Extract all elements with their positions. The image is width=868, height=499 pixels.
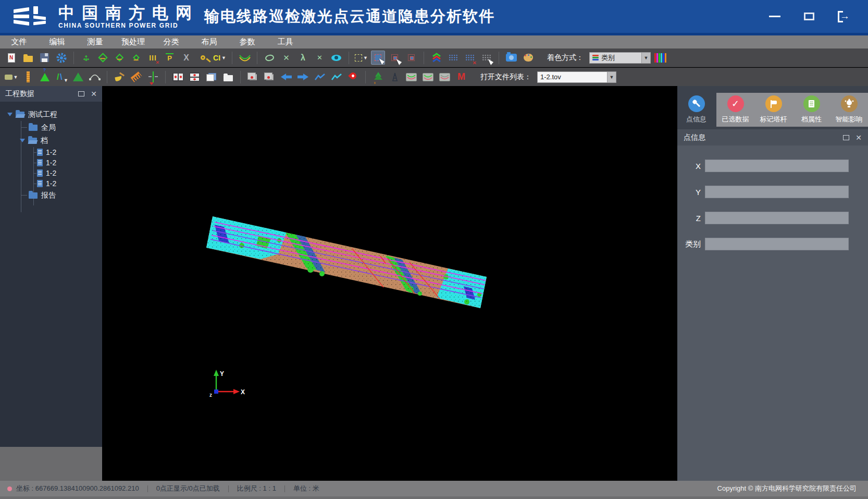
tab-point-info[interactable]: 点信息: [677, 93, 715, 127]
cross-section-icon[interactable]: [146, 70, 160, 84]
tower-measure-icon[interactable]: X: [179, 51, 193, 65]
ci-tool-dropdown[interactable]: CI▼: [213, 51, 227, 65]
menu-layout[interactable]: 布局: [190, 37, 228, 47]
grid-pick-icon[interactable]: [479, 51, 493, 65]
page-marker-icon[interactable]: [246, 70, 260, 84]
curve-nodes-icon[interactable]: [88, 70, 102, 84]
slope-triangle-icon[interactable]: [71, 70, 85, 84]
tree-node-file-2[interactable]: 1-2: [0, 157, 102, 168]
polyline-cyan-icon[interactable]: [329, 70, 343, 84]
visibility-eye-icon[interactable]: [329, 51, 343, 65]
tree-node-label: 档: [41, 136, 48, 145]
tree-node-label: 测试工程: [28, 110, 57, 119]
rect-select-dropdown-icon[interactable]: ▼: [354, 51, 368, 65]
tool-preset-dropdown-icon[interactable]: ▼: [4, 70, 18, 84]
query-triangle-icon[interactable]: ?: [38, 70, 52, 84]
catenary-curve-icon[interactable]: [238, 51, 252, 65]
shading-mode-select[interactable]: 类别 ▼: [589, 52, 651, 64]
location-pin-icon[interactable]: [346, 70, 360, 84]
split-view-vertical-icon[interactable]: [171, 70, 185, 84]
camera-snapshot-icon[interactable]: [504, 51, 518, 65]
tree-node-spans[interactable]: 档: [0, 134, 102, 147]
maximize-button[interactable]: [802, 11, 816, 22]
tab-selected-data[interactable]: ✓ 已选数据: [716, 93, 754, 127]
tree-node-root[interactable]: 测试工程: [0, 108, 102, 121]
polyline-blue-icon[interactable]: [313, 70, 327, 84]
angle-measure-icon[interactable]: ▼: [54, 70, 68, 84]
panel-close-icon[interactable]: ✕: [91, 90, 97, 98]
profile-line-icon[interactable]: P: [163, 51, 177, 65]
exit-button[interactable]: →: [837, 11, 852, 22]
next-arrow-icon[interactable]: [296, 70, 310, 84]
span-panel-3-icon[interactable]: [438, 70, 452, 84]
prev-arrow-icon[interactable]: [279, 70, 293, 84]
grid-delete-icon[interactable]: [463, 51, 477, 65]
tree-node-file-4[interactable]: 1-2: [0, 178, 102, 189]
clean-broom-icon[interactable]: [113, 70, 127, 84]
select-points-icon[interactable]: [371, 51, 385, 65]
tower-icon[interactable]: [388, 70, 402, 84]
tab-smart-impact[interactable]: 智能影响: [830, 93, 868, 127]
span-panel-icon[interactable]: [404, 70, 418, 84]
split-view-horizontal-icon[interactable]: [188, 70, 202, 84]
point-cloud-viewport[interactable]: Y X z: [102, 86, 677, 481]
save-icon[interactable]: [38, 51, 52, 65]
tab-mark-tower[interactable]: 标记塔杆: [754, 93, 792, 127]
marker-m-icon[interactable]: M: [454, 70, 468, 84]
project-panel-header: 工程数据 ✕: [0, 86, 102, 102]
tree-node-file-1[interactable]: 1-2: [0, 147, 102, 157]
tree-node-global[interactable]: 全局: [0, 121, 102, 134]
menu-file[interactable]: 文件: [0, 37, 38, 47]
tree-node-report[interactable]: 报告: [0, 189, 102, 202]
collapse-arrow-icon[interactable]: [20, 139, 25, 142]
comb-filter-icon[interactable]: [129, 70, 143, 84]
tab-span-properties[interactable]: 档属性: [792, 93, 830, 127]
select-inside-icon[interactable]: [388, 51, 402, 65]
delete-columns-icon[interactable]: III: [146, 51, 160, 65]
status-unit: 单位 : 米: [293, 484, 319, 493]
edit-area-icon[interactable]: [96, 51, 110, 65]
palette-icon[interactable]: [521, 51, 535, 65]
panel-restore-icon[interactable]: [843, 135, 849, 140]
open-file-select[interactable]: 1-2.tov ▼: [537, 71, 616, 83]
settings-gear-icon[interactable]: [54, 51, 68, 65]
menu-preprocess[interactable]: 预处理: [114, 37, 152, 47]
z-input[interactable]: [705, 212, 849, 224]
key-add-icon[interactable]: [196, 51, 210, 65]
panel-close-icon[interactable]: ✕: [855, 133, 862, 142]
edit-area-2-icon[interactable]: [113, 51, 127, 65]
copy-view-icon[interactable]: [204, 70, 218, 84]
right-dock-panel: 点信息 ✓ 已选数据 标记塔杆 档属性 智能影响 点信息 ✕ X Y Z: [677, 86, 868, 481]
minimize-button[interactable]: [768, 11, 782, 22]
menu-measure[interactable]: 测量: [76, 37, 114, 47]
menu-edit[interactable]: 编辑: [38, 37, 76, 47]
branch-tool-icon[interactable]: λ: [296, 51, 310, 65]
span-panel-2-icon[interactable]: [421, 70, 435, 84]
cut-tool-icon[interactable]: ✕: [313, 51, 327, 65]
page-marker-2-icon[interactable]: [263, 70, 277, 84]
menu-parameters[interactable]: 参数: [228, 37, 266, 47]
y-input[interactable]: [705, 186, 849, 198]
category-input[interactable]: [705, 238, 849, 250]
collapse-arrow-icon[interactable]: [7, 113, 13, 116]
panel-restore-icon[interactable]: [78, 91, 84, 96]
grid-points-icon[interactable]: [446, 51, 460, 65]
cross-tool-icon[interactable]: ✕: [279, 51, 293, 65]
edit-area-3-icon[interactable]: [129, 51, 143, 65]
tree-node-file-3[interactable]: 1-2: [0, 168, 102, 178]
x-input[interactable]: [705, 160, 849, 172]
ruler-icon[interactable]: [21, 70, 35, 84]
tree-icon[interactable]: [371, 70, 385, 84]
status-scale: 比例尺 : 1 : 1: [237, 484, 276, 493]
new-project-icon[interactable]: N: [4, 51, 18, 65]
open-folder-icon[interactable]: [21, 51, 35, 65]
color-scale-icon[interactable]: [653, 51, 667, 65]
category-label: 类别: [677, 239, 701, 249]
menu-tools[interactable]: 工具: [266, 37, 304, 47]
select-inside-square-icon[interactable]: [404, 51, 418, 65]
move-pan-icon[interactable]: [79, 51, 93, 65]
ellipse-select-icon[interactable]: [263, 51, 277, 65]
white-folder-icon[interactable]: [221, 70, 235, 84]
menu-classify[interactable]: 分类: [152, 37, 190, 47]
layers-stack-icon[interactable]: [429, 51, 443, 65]
